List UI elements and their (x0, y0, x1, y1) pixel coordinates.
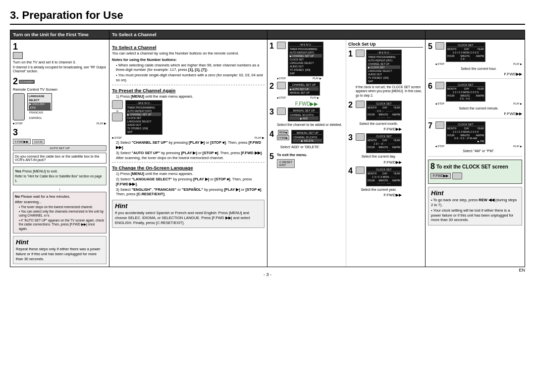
clock-step5-block: 5 CLOCK SET MONTHDAYYEAR 1 0 / 0 3 MON 2… (428, 42, 522, 79)
clock-step8-block: 8 To exit the CLOCK SET screen F.FWD▶▶ (428, 160, 522, 184)
clock-step1-num: 1 (348, 50, 353, 58)
ffwd-step8: F.FWD▶▶ (430, 173, 451, 179)
clock-month-text: Select the current month. (356, 121, 402, 126)
step1-note: If channel 3 is already occupied for bro… (13, 65, 107, 74)
clock-screen-month: CLOCK SET MONTHDAYYEAR - 3 0 : - - - - -… (366, 101, 402, 120)
clock-screen-year: CLOCK SET MONTHDAYYEAR 1 0 / 0 3 MON - -… (366, 167, 402, 186)
standby-label: STANDBY (19, 80, 35, 84)
select-channel-text: Select the channel to be added or delete… (277, 122, 342, 127)
select-add-delete-text: Select 'ADD' or 'DELETE'. (277, 145, 323, 149)
rew-btn: REW◀ (278, 130, 289, 135)
col1-hint-title: Hint (16, 238, 104, 246)
adddelete-step2-num: 2 (269, 82, 274, 91)
clock-screen-5: CLOCK SET MONTHDAYYEAR 1 0 / 0 3 MON 2 0… (446, 42, 485, 62)
play-label2: PLAY ▶ (255, 136, 265, 139)
clock-screen-7: CLOCK SET MONTHDAYYEAR 1 0 / 0 3 MON 2 0… (446, 121, 485, 144)
col3-header (268, 30, 426, 39)
step1-number: 1 (13, 42, 18, 51)
channel-setup-screen: CHANNEL SET UP ▶ AUTO SET UP MANUAL SET … (288, 82, 320, 96)
manual-setup-screen2: MANUAL SET UP CHANNEL 30 (CATV) ▶ DELETE (291, 130, 323, 144)
adddelete-step4-num: 4 (269, 130, 274, 139)
vcr-clock3 (356, 133, 365, 141)
ffwd-btn: F.FWD▶ (277, 135, 289, 140)
scan-note3: • If "AUTO SET UP" appears on the TV scr… (19, 219, 105, 231)
step2-number: 2 (13, 77, 18, 86)
ffwd-col4-5: F.FWD▶▶ (435, 72, 522, 76)
col4-step8-text: To exit the CLOCK SET screen (436, 164, 508, 169)
col3-content: 1 - M E N U - TIMER PROGRAMMING AUTO REP… (268, 40, 426, 267)
menu-screen-col2: - M E N U - TIMER PROGRAMMING AUTO REPEA… (125, 100, 162, 135)
exit-menu-text: To exit the menu. (277, 153, 307, 158)
col4-step8-num: 8 (430, 162, 435, 171)
vcr-clock1 (356, 50, 365, 57)
vcr-ad2 (277, 82, 286, 89)
stop-col4-7: ■ STOP (435, 145, 444, 148)
adddelete-step5-num: 5 (269, 152, 274, 161)
vcr-diagram-col2-2 (112, 112, 123, 121)
col4-step7-num: 7 (428, 121, 432, 130)
manual-setup-screen: MANUAL SET UP CHANNEL 30 (CATV) ▶ ADD (288, 108, 320, 121)
vcr-col4-6 (435, 82, 444, 89)
tv-icon (13, 52, 23, 59)
arrow-ffwd: F.FWD▶▶ (269, 101, 344, 107)
col1-hint: Hint Repeat these steps only if either t… (13, 236, 107, 264)
col2-hint-text: If you accidentally select Spanish or Fr… (115, 211, 262, 225)
ffwd-arrow3: F.FWD▶▶ (356, 160, 402, 165)
page-number: - 3 - (182, 272, 354, 277)
col2-hint: Hint If you accidentally select Spanish … (112, 200, 265, 228)
play-col4-6: PLAY ▶ (513, 102, 522, 105)
page-title: 3. Preparation for Use (10, 9, 525, 25)
note1: • When selecting cable channels which ar… (116, 63, 265, 73)
play-ad2: PLAY ▶ (310, 96, 319, 99)
clock-setup-header: Clock Set Up (348, 42, 423, 48)
vcr-clock2 (356, 101, 365, 108)
col2-content: To Select a Channel You can select a cha… (109, 40, 268, 267)
col4-hint-note2: • Your clock setting will be lost if eit… (431, 208, 519, 223)
notes-title: Notes for using the Number buttons: (112, 57, 265, 62)
stop-label: ■ STOP (13, 122, 23, 125)
play-col4-5: PLAY ▶ (513, 62, 522, 65)
col2-hint-title: Hint (115, 202, 262, 210)
col4-hint: Hint • To go back one step, press REW ◀◀… (428, 187, 522, 225)
auto-setup-indicator: AUTO SET UP (13, 145, 107, 151)
ffwd-col4-6: F.FWD▶▶ (435, 112, 522, 116)
play-label: PLAY ▶ (97, 122, 107, 125)
col4-hint-note1: • To go back one step, press REW ◀◀ (dur… (431, 198, 519, 208)
col4-step7-text: Select "AM" or "PM". (435, 149, 522, 153)
ffwd-indicator: F.FWD▶▶ (13, 139, 31, 144)
preset-step3: 3) Select "AUTO SET UP" by pressing [PLA… (116, 151, 265, 161)
col4-step6-num: 6 (428, 82, 432, 91)
no-block: No Please wait for a few minutes. After … (13, 192, 107, 233)
ch01-indicator: CH 01 (32, 139, 45, 144)
vcr-step8 (452, 172, 462, 179)
vcr-clock4 (356, 167, 365, 174)
after-scanning-text: After scanning... (15, 200, 105, 205)
preset-title: To Preset the Channel Again (112, 88, 265, 93)
col4-step5-num: 5 (428, 42, 432, 51)
clock-step7-block: 7 CLOCK SET MONTHDAYYEAR 1 0 / 0 3 MON 2… (428, 121, 522, 157)
scan-note2: • You can select only the channels memor… (19, 210, 105, 218)
adddelete-step3-num: 3 (269, 108, 274, 116)
note2: • You must precede single-digit channel … (116, 73, 265, 83)
c-reset-btn: C.RESETEXIT (277, 159, 295, 168)
language-title: To Change the On-Screen Language (112, 165, 265, 170)
stop-ad1: ■ STOP (277, 77, 286, 80)
col4-step5-text: Select the current hour. (435, 66, 522, 71)
clock-step6-block: 6 CLOCK SET MONTHDAYYEAR 1 0 / 0 3 MON 2… (428, 82, 522, 118)
step2-desc: Remote Control TV Screen (13, 87, 107, 92)
vcr-diagram-col2-1 (112, 100, 123, 109)
tv-screen-image: LANGUAGE SELECT ▶ ENGLISH [ON] FRANCAIS … (27, 93, 52, 111)
clock-screen-6: CLOCK SET MONTHDAYYEAR 1 0 / 0 3 MON 2 0… (446, 82, 485, 102)
clock-step3-num: 3 (348, 133, 353, 142)
select-channel-title: To Select a Channel (112, 45, 265, 50)
vcr-col4-5 (435, 42, 444, 50)
stop-col4-6: ■ STOP (435, 102, 444, 105)
vcr-col4-7 (435, 121, 444, 129)
col1-header: Turn on the Unit for the First Time (10, 30, 109, 39)
step3-number: 3 (13, 128, 18, 137)
play-col4-7: PLAY ▶ (513, 145, 522, 148)
lang-step3: 3) Select "ENGLISH", "FRANCAIS" or "ESPA… (116, 187, 265, 197)
yes-note: Refer to "Hint for Cable Box or Satellit… (15, 174, 105, 183)
ffwd-arrow2: F.FWD▶▶ (356, 127, 402, 131)
col2-header: To Select a Channel (109, 30, 268, 39)
